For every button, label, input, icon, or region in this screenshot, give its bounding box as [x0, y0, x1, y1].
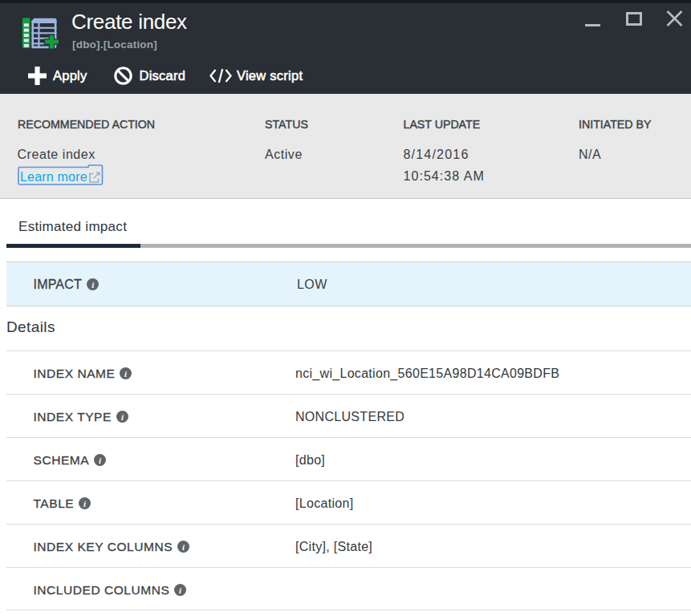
detail-label: INCLUDED COLUMNS i — [34, 568, 187, 610]
plus-icon — [28, 67, 47, 85]
summary-strip: RECOMMENDED ACTION STATUS LAST UPDATE IN… — [0, 94, 691, 199]
details-heading: Details — [6, 318, 55, 336]
detail-label-text: INCLUDED COLUMNS — [34, 583, 170, 598]
detail-row-index-type: INDEX TYPE i NONCLUSTERED — [6, 394, 691, 437]
apply-button[interactable]: Apply — [28, 67, 87, 85]
svg-text:i: i — [99, 456, 102, 465]
detail-label-text: INDEX KEY COLUMNS — [34, 540, 173, 554]
detail-row-schema: SCHEMA i [dbo] — [6, 437, 691, 480]
code-icon — [209, 68, 232, 83]
tab-estimated-impact[interactable]: Estimated impact — [18, 219, 127, 235]
info-icon[interactable]: i — [79, 497, 91, 509]
info-icon[interactable]: i — [116, 411, 128, 423]
detail-value: [Location] — [295, 481, 353, 524]
detail-label: SCHEMA i — [34, 438, 107, 480]
detail-label: INDEX KEY COLUMNS i — [34, 525, 190, 567]
detail-value: NONCLUSTERED — [295, 395, 404, 437]
impact-label: IMPACT — [34, 278, 82, 292]
svg-text:i: i — [121, 412, 124, 422]
detail-label: TABLE i — [34, 481, 91, 524]
summary-value-initiated-by: N/A — [579, 148, 601, 162]
apply-label: Apply — [53, 68, 87, 83]
discard-icon — [114, 67, 132, 85]
tab-track — [140, 244, 691, 248]
detail-label: INDEX TYPE i — [34, 395, 128, 437]
blade-header: Create index [dbo].[Location] Apply Disc… — [0, 3, 691, 94]
detail-value: nci_wi_Location_560E15A98D14CA09BDFB — [295, 351, 559, 394]
summary-header-status: STATUS — [265, 118, 308, 131]
maximize-icon[interactable] — [626, 12, 642, 26]
detail-label-text: INDEX TYPE — [34, 410, 112, 424]
detail-row-index-key-columns: INDEX KEY COLUMNS i [City], [State] — [6, 524, 691, 567]
discard-label: Discard — [140, 68, 186, 83]
info-icon[interactable]: i — [87, 278, 99, 290]
summary-value-last-update-time: 10:54:38 AM — [404, 169, 485, 184]
close-icon[interactable] — [666, 10, 683, 26]
summary-value-status: Active — [265, 148, 303, 162]
detail-label-text: INDEX NAME — [34, 367, 116, 381]
blade-title: Create index — [71, 10, 187, 34]
learn-more-link[interactable]: Learn more — [12, 164, 108, 188]
detail-value: [dbo] — [295, 438, 325, 480]
summary-header-last-update: LAST UPDATE — [404, 118, 481, 131]
detail-row-table: TABLE i [Location] — [6, 480, 691, 524]
detail-row-index-name: INDEX NAME i nci_wi_Location_560E15A98D1… — [6, 351, 691, 394]
info-icon[interactable]: i — [94, 454, 106, 466]
tab-active-underline — [6, 244, 140, 248]
create-index-icon — [21, 14, 63, 52]
info-icon[interactable]: i — [120, 367, 132, 379]
svg-text:i: i — [182, 542, 185, 552]
impact-value: LOW — [297, 262, 327, 306]
info-icon[interactable]: i — [174, 584, 186, 596]
view-script-label: View script — [237, 68, 303, 83]
summary-value-recommended-action: Create index — [18, 148, 96, 162]
svg-text:i: i — [179, 585, 182, 594]
details-table: INDEX NAME i nci_wi_Location_560E15A98D1… — [6, 351, 691, 610]
learn-more-label: Learn more — [20, 170, 87, 184]
detail-label-text: TABLE — [34, 496, 75, 511]
info-icon[interactable]: i — [177, 541, 189, 553]
minimize-icon[interactable] — [585, 24, 600, 26]
svg-text:i: i — [124, 369, 128, 379]
external-link-icon — [89, 172, 100, 183]
discard-button[interactable]: Discard — [114, 67, 185, 85]
summary-header-recommended-action: RECOMMENDED ACTION — [18, 118, 155, 131]
svg-text:i: i — [83, 499, 87, 509]
impact-label-wrap: IMPACT i — [34, 262, 99, 306]
summary-header-initiated-by: INITIATED BY — [579, 118, 651, 131]
detail-label: INDEX NAME i — [34, 351, 132, 394]
blade-subtitle: [dbo].[Location] — [72, 38, 157, 51]
impact-row: IMPACT i LOW — [6, 261, 691, 306]
detail-row-included-columns: INCLUDED COLUMNS i — [6, 567, 691, 610]
detail-label-text: SCHEMA — [34, 453, 90, 468]
view-script-button[interactable]: View script — [209, 67, 303, 85]
detail-value: [City], [State] — [295, 525, 372, 567]
summary-value-last-update: 8/14/2016 — [404, 148, 469, 162]
